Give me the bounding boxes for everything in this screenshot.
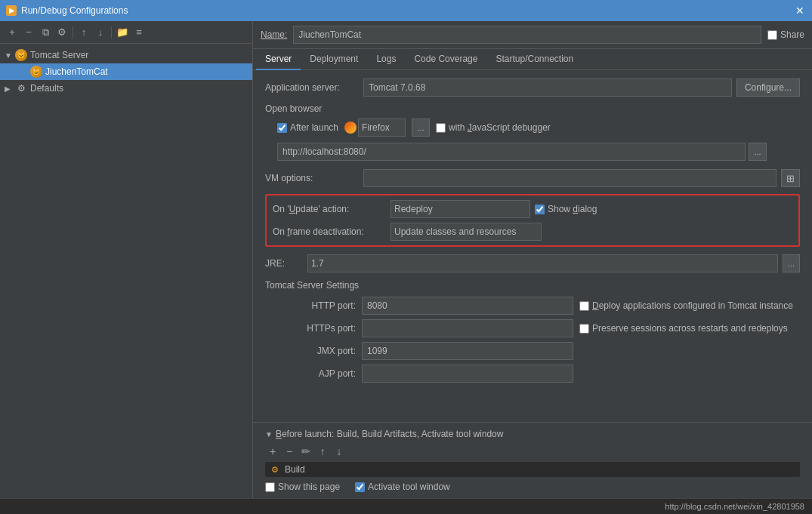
url-more-button[interactable]: ... bbox=[749, 143, 767, 161]
after-launch-checkbox[interactable] bbox=[277, 123, 287, 133]
sort-button[interactable]: ≡ bbox=[131, 25, 147, 40]
bl-up-button[interactable]: ↑ bbox=[315, 444, 330, 459]
settings-config-button[interactable]: ⚙ bbox=[54, 25, 69, 40]
name-row: Name: Share bbox=[253, 21, 812, 49]
before-launch-panel: ▼ Before launch: Build, Build Artifacts,… bbox=[253, 422, 812, 498]
https-port-input[interactable] bbox=[362, 319, 573, 337]
preserve-check-label[interactable]: Preserve sessions across restarts and re… bbox=[579, 323, 800, 334]
ajp-port-input[interactable] bbox=[362, 365, 573, 383]
tabs-bar: Server Deployment Logs Code Coverage Sta… bbox=[253, 49, 812, 70]
vm-options-input[interactable] bbox=[363, 169, 776, 187]
app-server-row: Application server: Tomcat 7.0.68 Config… bbox=[265, 78, 800, 97]
on-frame-label: On frame deactivation: bbox=[273, 226, 386, 237]
share-checkbox[interactable] bbox=[767, 30, 777, 40]
browser-options-row: After launch Firefox ... with JavaScript… bbox=[265, 118, 800, 137]
bl-remove-button[interactable]: − bbox=[282, 444, 297, 459]
open-browser-label: Open browser bbox=[265, 103, 800, 114]
http-port-label: HTTP port: bbox=[265, 300, 356, 311]
title-bar-title: Run/Debug Configurations bbox=[21, 5, 128, 16]
toolbar-separator-2 bbox=[111, 26, 112, 38]
defaults-label: Defaults bbox=[30, 83, 63, 94]
tomcat-settings-title: Tomcat Server Settings bbox=[265, 280, 800, 291]
firefox-icon bbox=[344, 122, 357, 134]
https-port-label: HTTPs port: bbox=[265, 323, 356, 334]
tree-arrow-defaults: ▶ bbox=[5, 85, 15, 93]
on-update-select[interactable]: Redeploy Update classes and resources Ho… bbox=[391, 200, 530, 218]
url-input[interactable] bbox=[277, 143, 746, 161]
activate-tool-window-check[interactable]: Activate tool window bbox=[355, 482, 450, 492]
build-label: Build bbox=[285, 464, 305, 475]
deploy-checkbox[interactable] bbox=[579, 301, 589, 311]
collapse-arrow-icon[interactable]: ▼ bbox=[265, 430, 273, 439]
tab-logs[interactable]: Logs bbox=[367, 49, 405, 70]
tomcat-group-icon: 🐱 bbox=[15, 49, 27, 61]
deploy-check-label[interactable]: Deploy applications configured in Tomcat… bbox=[579, 300, 800, 311]
left-toolbar: + − ⧉ ⚙ ↑ ↓ 📁 ≡ bbox=[0, 21, 252, 44]
http-port-input[interactable] bbox=[362, 297, 573, 315]
tree-defaults[interactable]: ▶ ⚙ Defaults bbox=[0, 80, 252, 97]
tomcat-server-label: Tomcat Server bbox=[30, 50, 88, 60]
tree-jiuchen-tomcat[interactable]: 🐱 JiuchenTomCat bbox=[0, 63, 252, 80]
tab-server[interactable]: Server bbox=[256, 49, 301, 70]
before-launch-title: Before launch: Build, Build Artifacts, A… bbox=[276, 429, 504, 439]
configure-button[interactable]: Configure... bbox=[736, 78, 800, 97]
build-icon: ⚙ bbox=[270, 464, 280, 475]
after-launch-label: After launch bbox=[290, 122, 338, 133]
preserve-label: Preserve sessions across restarts and re… bbox=[592, 323, 788, 334]
bl-down-button[interactable]: ↓ bbox=[332, 444, 347, 459]
main-content: + − ⧉ ⚙ ↑ ↓ 📁 ≡ ▼ 🐱 Tomcat Server bbox=[0, 21, 812, 498]
jre-more-button[interactable]: ... bbox=[783, 254, 800, 272]
browser-select[interactable]: Firefox bbox=[358, 118, 406, 137]
tree-tomcat-server[interactable]: ▼ 🐱 Tomcat Server bbox=[0, 47, 252, 63]
ports-grid: HTTP port: Deploy applications configure… bbox=[265, 297, 800, 383]
preserve-checkbox[interactable] bbox=[579, 324, 589, 334]
config-tree: ▼ 🐱 Tomcat Server 🐱 JiuchenTomCat ▶ ⚙ De… bbox=[0, 44, 252, 498]
on-frame-select[interactable]: Update classes and resources Redeploy Ho… bbox=[391, 223, 542, 241]
right-panel: Name: Share Server Deployment Logs Code … bbox=[253, 21, 812, 498]
after-launch-check-label[interactable]: After launch bbox=[277, 122, 338, 133]
update-highlight-box: On 'Update' action: Redeploy Update clas… bbox=[265, 194, 800, 247]
vm-expand-button[interactable]: ⊞ bbox=[781, 169, 800, 187]
show-dialog-checkbox[interactable] bbox=[535, 205, 545, 214]
browser-more-button[interactable]: ... bbox=[412, 118, 430, 137]
move-down-button[interactable]: ↓ bbox=[93, 25, 108, 40]
title-bar-left: ▶ Run/Debug Configurations bbox=[6, 5, 128, 16]
folder-button[interactable]: 📁 bbox=[115, 25, 130, 40]
defaults-icon: ⚙ bbox=[15, 82, 27, 94]
move-up-button[interactable]: ↑ bbox=[76, 25, 91, 40]
app-server-select[interactable]: Tomcat 7.0.68 bbox=[363, 78, 732, 97]
add-config-button[interactable]: + bbox=[5, 25, 20, 40]
show-this-page-checkbox[interactable] bbox=[265, 482, 275, 492]
activate-tool-window-checkbox[interactable] bbox=[355, 482, 365, 492]
tab-deployment[interactable]: Deployment bbox=[301, 49, 367, 70]
name-input[interactable] bbox=[293, 26, 761, 44]
jre-row: JRE: 1.7 1.8 ... bbox=[265, 254, 800, 272]
vm-options-row: VM options: ⊞ bbox=[265, 168, 800, 188]
show-dialog-text: Show dialog bbox=[548, 204, 597, 214]
show-dialog-check-label[interactable]: Show dialog bbox=[535, 204, 597, 214]
show-this-page-check[interactable]: Show this page bbox=[265, 482, 340, 492]
left-panel: + − ⧉ ⚙ ↑ ↓ 📁 ≡ ▼ 🐱 Tomcat Server bbox=[0, 21, 253, 498]
js-debugger-check-label[interactable]: with JavaScript debugger bbox=[436, 122, 551, 133]
tab-code-coverage[interactable]: Code Coverage bbox=[405, 49, 486, 70]
js-debugger-text: with JavaScript debugger bbox=[449, 122, 551, 133]
tab-startup-connection[interactable]: Startup/Connection bbox=[486, 49, 582, 70]
remove-config-button[interactable]: − bbox=[21, 25, 36, 40]
build-item: ⚙ Build bbox=[265, 462, 800, 477]
footer-checks: Show this page Activate tool window bbox=[265, 482, 800, 492]
show-this-page-label: Show this page bbox=[278, 482, 340, 492]
vm-options-label: VM options: bbox=[265, 173, 363, 183]
bl-edit-button[interactable]: ✏ bbox=[298, 444, 313, 459]
run-debug-icon: ▶ bbox=[6, 5, 17, 16]
jiuchen-tomcat-label: JiuchenTomCat bbox=[45, 66, 108, 77]
jmx-port-input[interactable] bbox=[362, 342, 573, 360]
jre-select[interactable]: 1.7 1.8 bbox=[307, 254, 778, 272]
on-update-row: On 'Update' action: Redeploy Update clas… bbox=[273, 200, 792, 218]
bottom-url-bar: http://blog.csdn.net/wei/xin_42801958 bbox=[0, 498, 812, 514]
name-label: Name: bbox=[261, 29, 287, 40]
js-debugger-checkbox[interactable] bbox=[436, 123, 446, 133]
copy-config-button[interactable]: ⧉ bbox=[38, 25, 53, 40]
bl-add-button[interactable]: + bbox=[265, 444, 280, 459]
browser-select-wrap: Firefox bbox=[344, 118, 406, 137]
close-button[interactable]: ✕ bbox=[794, 5, 806, 17]
